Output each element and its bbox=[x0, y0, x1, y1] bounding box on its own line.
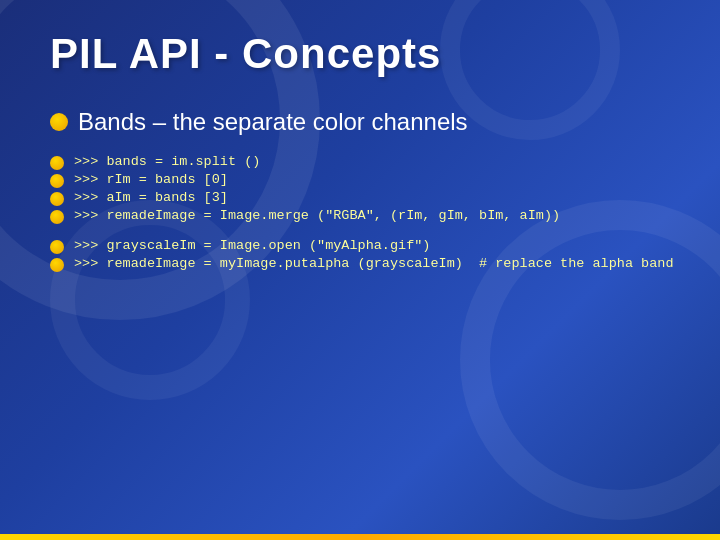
bullet-icon-2 bbox=[50, 174, 64, 188]
code-line-2: >>> rIm = bands [0] bbox=[50, 172, 670, 188]
bullet-icon-main bbox=[50, 113, 68, 131]
code-text-5: >>> grayscaleIm = Image.open ("myAlpha.g… bbox=[74, 238, 430, 253]
code-text-4: >>> remadeImage = Image.merge ("RGBA", (… bbox=[74, 208, 560, 223]
code-text-6: >>> remadeImage = myImage.putalpha (gray… bbox=[74, 256, 674, 271]
code-text-1: >>> bands = im.split () bbox=[74, 154, 260, 169]
code-line-1: >>> bands = im.split () bbox=[50, 154, 670, 170]
code-line-4: >>> remadeImage = Image.merge ("RGBA", (… bbox=[50, 208, 670, 224]
code-group-1: >>> bands = im.split () >>> rIm = bands … bbox=[50, 154, 670, 224]
bullet-icon-6 bbox=[50, 258, 64, 272]
bullet-icon-1 bbox=[50, 156, 64, 170]
page-title: PIL API - Concepts bbox=[50, 30, 670, 78]
section-heading-text: Bands – the separate color channels bbox=[78, 108, 468, 136]
main-content: PIL API - Concepts Bands – the separate … bbox=[0, 0, 720, 306]
bullet-icon-3 bbox=[50, 192, 64, 206]
code-line-5: >>> grayscaleIm = Image.open ("myAlpha.g… bbox=[50, 238, 670, 254]
section-heading: Bands – the separate color channels bbox=[50, 108, 670, 136]
code-text-2: >>> rIm = bands [0] bbox=[74, 172, 228, 187]
code-group-2: >>> grayscaleIm = Image.open ("myAlpha.g… bbox=[50, 238, 670, 272]
bullet-icon-4 bbox=[50, 210, 64, 224]
code-text-3: >>> aIm = bands [3] bbox=[74, 190, 228, 205]
code-line-3: >>> aIm = bands [3] bbox=[50, 190, 670, 206]
code-line-6: >>> remadeImage = myImage.putalpha (gray… bbox=[50, 256, 670, 272]
bottom-bar bbox=[0, 534, 720, 540]
bullet-icon-5 bbox=[50, 240, 64, 254]
